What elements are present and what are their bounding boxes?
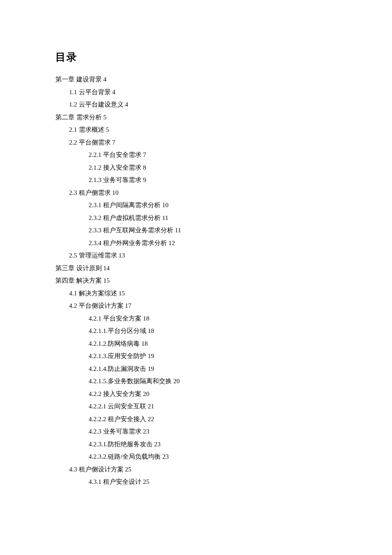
toc-entry-label: 4.2.1.3.应用安全防护 xyxy=(89,353,146,359)
toc-entry: 4.2 平台侧设计方案 17 xyxy=(55,300,337,312)
toc-title: 目录 xyxy=(55,50,337,64)
toc-entry-page: 17 xyxy=(124,302,132,309)
toc-entry: 4.2.2.1 云间安全互联 21 xyxy=(55,400,337,413)
toc-entry-page: 10 xyxy=(161,202,169,208)
toc-entry: 4.2.1.1.平台分区分域 18 xyxy=(55,325,337,338)
toc-entry-label: 4.2.2 接入安全方案 xyxy=(89,390,141,397)
toc-entry: 2.2.1 平台安全需求 7 xyxy=(55,149,337,162)
toc-entry-label: 4.1 解决方案综述 xyxy=(69,290,117,297)
toc-entry-page: 25 xyxy=(141,478,150,485)
toc-entry-page: 25 xyxy=(124,466,132,473)
toc-entry-label: 2.1.3 业务可靠需求 xyxy=(89,176,141,183)
toc-entry: 2.3.4 租户外网业务需求分析 12 xyxy=(55,237,337,250)
toc-entry-page: 7 xyxy=(141,151,146,158)
toc-entry: 4.2.1.4.防止漏洞攻击 19 xyxy=(55,363,337,376)
toc-entry-label: 2.1 需求概述 xyxy=(69,126,104,133)
toc-entry-label: 1.2 云平台建设意义 xyxy=(69,101,124,108)
toc-entry-page: 14 xyxy=(102,265,110,272)
toc-entry: 2.5 管理运维需求 13 xyxy=(55,249,337,262)
toc-container: 第一章 建设背景 41.1 云平台背景 41.2 云平台建设意义 4第二章 需求… xyxy=(55,73,337,489)
toc-entry: 第二章 需求分析 5 xyxy=(55,111,337,124)
toc-entry: 4.3 租户侧设计方案 25 xyxy=(55,463,337,476)
toc-entry-page: 13 xyxy=(117,252,125,259)
toc-entry: 4.2.1.3.应用安全防护 19 xyxy=(55,350,337,363)
toc-entry: 1.1 云平台背景 4 xyxy=(55,86,337,99)
toc-entry-page: 19 xyxy=(146,365,154,372)
toc-entry-label: 2.2.1 平台安全需求 xyxy=(89,151,141,158)
toc-entry: 第一章 建设背景 4 xyxy=(55,73,337,86)
toc-entry-label: 4.2.1 平台安全方案 xyxy=(89,315,141,322)
toc-entry-label: 2.1.2 接入安全需求 xyxy=(89,164,141,171)
toc-entry-label: 4.2 平台侧设计方案 xyxy=(69,302,124,309)
toc-entry: 4.2.1.2.防网络病毒 18 xyxy=(55,338,337,350)
toc-entry-label: 4.2.1.5.多业务数据隔离和交换 xyxy=(89,378,172,384)
toc-entry: 4.2.3.1.防拒绝服务攻击 23 xyxy=(55,438,337,451)
toc-entry-label: 2.3.2 租户虚拟机需求分析 xyxy=(89,214,161,221)
toc-entry-label: 2.5 管理运维需求 xyxy=(69,252,117,259)
toc-entry-label: 4.3.1 租户安全设计 xyxy=(89,478,141,485)
toc-entry-label: 2.3.4 租户外网业务需求分析 xyxy=(89,240,167,246)
toc-entry: 2.2 平台侧需求 7 xyxy=(55,136,337,149)
toc-entry-label: 2.3.1 租户间隔离需求分析 xyxy=(89,202,161,208)
toc-entry-label: 1.1 云平台背景 xyxy=(69,89,111,95)
toc-entry-page: 8 xyxy=(141,164,146,171)
toc-entry-page: 19 xyxy=(146,353,154,359)
toc-entry: 4.2.1 平台安全方案 18 xyxy=(55,312,337,325)
toc-entry-page: 18 xyxy=(146,327,154,334)
toc-entry-page: 22 xyxy=(146,416,154,422)
toc-entry-page: 4 xyxy=(124,101,128,108)
toc-entry-page: 15 xyxy=(117,290,125,297)
toc-entry-label: 4.2.3.1.防拒绝服务攻击 xyxy=(89,441,153,448)
toc-entry: 2.3.3 租户互联网业务需求分析 11 xyxy=(55,224,337,237)
toc-entry: 2.1.3 业务可靠需求 9 xyxy=(55,174,337,187)
toc-entry-page: 23 xyxy=(161,453,169,460)
toc-entry-page: 12 xyxy=(167,240,175,246)
toc-entry-page: 18 xyxy=(141,315,150,322)
toc-entry: 第三章 设计原则 14 xyxy=(55,262,337,275)
toc-entry: 4.2.3 业务可靠需求 23 xyxy=(55,425,337,438)
toc-entry: 4.3.1 租户安全设计 25 xyxy=(55,476,337,489)
toc-entry-label: 第四章 解决方案 xyxy=(55,277,102,284)
toc-entry: 第四章 解决方案 15 xyxy=(55,275,337,287)
toc-entry: 1.2 云平台建设意义 4 xyxy=(55,98,337,111)
toc-entry: 2.3.2 租户虚拟机需求分析 11 xyxy=(55,212,337,225)
toc-entry-page: 21 xyxy=(146,403,154,410)
toc-entry-page: 20 xyxy=(172,378,180,384)
toc-entry-page: 4 xyxy=(111,89,115,95)
toc-entry: 2.3 租户侧需求 10 xyxy=(55,187,337,199)
toc-entry-label: 2.3.3 租户互联网业务需求分析 xyxy=(89,227,173,234)
toc-entry-page: 11 xyxy=(173,227,181,234)
toc-entry-page: 23 xyxy=(153,441,161,448)
toc-entry: 4.2.1.5.多业务数据隔离和交换 20 xyxy=(55,375,337,388)
toc-entry-label: 第一章 建设背景 xyxy=(55,76,102,83)
toc-entry-label: 4.2.1.2.防网络病毒 xyxy=(89,340,140,347)
document-page: 目录 第一章 建设背景 41.1 云平台背景 41.2 云平台建设意义 4第二章… xyxy=(0,0,392,523)
toc-entry-label: 4.3 租户侧设计方案 xyxy=(69,466,124,473)
toc-entry: 4.1 解决方案综述 15 xyxy=(55,287,337,300)
toc-entry-page: 11 xyxy=(161,214,168,221)
toc-entry-page: 20 xyxy=(141,390,150,397)
toc-entry-page: 7 xyxy=(111,139,115,146)
toc-entry-page: 18 xyxy=(140,340,148,347)
toc-entry-label: 4.2.3.2.链路/全局负载均衡 xyxy=(89,453,161,460)
toc-entry-page: 10 xyxy=(111,189,119,196)
toc-entry: 4.2.2 接入安全方案 20 xyxy=(55,388,337,401)
toc-entry: 2.1.2 接入安全需求 8 xyxy=(55,162,337,174)
toc-entry-label: 4.2.2.2 租户安全接入 xyxy=(89,416,146,422)
toc-entry-label: 4.2.3 业务可靠需求 xyxy=(89,428,141,435)
toc-entry-label: 第三章 设计原则 xyxy=(55,265,102,272)
toc-entry-page: 4 xyxy=(102,76,107,83)
toc-entry-label: 2.2 平台侧需求 xyxy=(69,139,111,146)
toc-entry-page: 5 xyxy=(104,126,109,133)
toc-entry-label: 4.2.1.1.平台分区分域 xyxy=(89,327,146,334)
toc-entry-label: 第二章 需求分析 xyxy=(55,114,102,121)
toc-entry-page: 9 xyxy=(141,176,146,183)
toc-entry: 4.2.2.2 租户安全接入 22 xyxy=(55,413,337,426)
toc-entry-label: 2.3 租户侧需求 xyxy=(69,189,111,196)
toc-entry-page: 15 xyxy=(102,277,110,284)
toc-entry-page: 5 xyxy=(102,114,107,121)
toc-entry-label: 4.2.2.1 云间安全互联 xyxy=(89,403,146,410)
toc-entry-page: 23 xyxy=(141,428,150,435)
toc-entry: 4.2.3.2.链路/全局负载均衡 23 xyxy=(55,451,337,463)
toc-entry: 2.1 需求概述 5 xyxy=(55,124,337,136)
